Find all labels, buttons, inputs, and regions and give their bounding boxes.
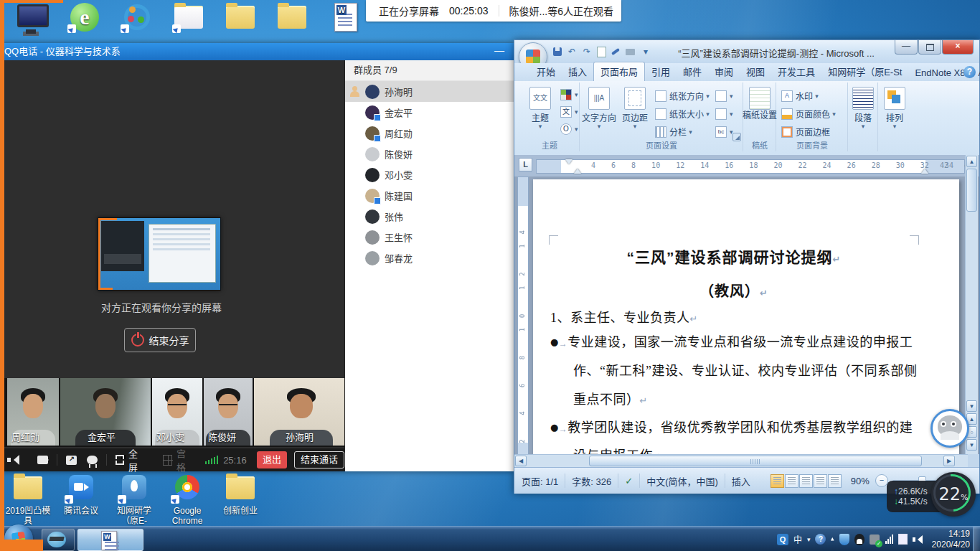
pen-icon[interactable] [611,48,620,55]
grid-view-label[interactable]: 宫格 [176,446,192,474]
desktop-icon-chrome[interactable]: Google Chrome [162,474,212,526]
undo-icon[interactable]: ↶ [565,46,578,57]
minimize-icon[interactable]: — [492,43,507,59]
scroll-down-icon[interactable]: ▼ [966,400,977,412]
qq-input-icon[interactable]: Q [777,534,788,545]
scroll-up-icon[interactable]: ▲ [966,156,977,167]
horizontal-scrollbar[interactable]: ◀ ▶ [514,454,968,467]
ime-dropdown-icon[interactable]: ▾ [807,536,811,543]
desktop-icon-tencent-meeting[interactable]: 腾讯会议 [56,474,106,516]
line-numbers-small-button[interactable]: ▾ [715,106,733,121]
video-tile[interactable]: 金宏平 [60,378,151,446]
horizontal-scroll-thumb[interactable] [589,456,922,466]
save-icon[interactable] [553,47,562,56]
desktop-icon-folder-2[interactable] [267,3,317,35]
language-indicator[interactable]: 中文(简体，中国) [646,474,718,488]
vertical-scrollbar[interactable]: ▲ ▼ ▲ ○ ▼ [965,155,978,454]
tab-endnote[interactable]: EndNote X8 [908,65,971,81]
grid-view-icon[interactable] [163,455,172,466]
desktop-icon-innovation-folder[interactable]: 创新创业 [215,474,265,516]
next-page-icon[interactable]: ▼ [966,439,977,451]
page-color-button[interactable]: 页面颜色 ▾ [781,106,836,121]
share-screen-icon[interactable] [66,456,77,465]
qq-call-titlebar[interactable]: QQ电话 - 仪器科学与技术系 — [0,43,514,60]
tab-cnki[interactable]: 知网研学（原E-St [821,62,908,81]
right-indent-marker[interactable] [921,165,928,174]
web-layout-view-icon[interactable] [799,474,813,488]
member-row[interactable]: 邓小雯 [345,164,514,185]
hyphenation-small-button[interactable]: bc▾ [715,124,733,139]
indent-small-button[interactable]: ▾ [715,88,733,103]
member-row[interactable]: 陈俊妍 [345,143,514,164]
minimize-button[interactable]: — [895,40,918,55]
tab-mailings[interactable]: 邮件 [677,62,708,81]
tab-developer[interactable]: 开发工具 [771,62,821,81]
member-row[interactable]: 张伟 [345,206,514,227]
zoom-level[interactable]: 90% [851,476,870,486]
qat-dropdown-icon[interactable]: ▾ [639,46,652,57]
taskbar-clock[interactable]: 14:19 2020/4/20 [932,529,970,550]
fullscreen-label[interactable]: 全屏 [128,446,144,474]
tab-references[interactable]: 引用 [645,62,677,81]
scroll-right-icon[interactable]: ▶ [943,456,955,466]
paper-size-button[interactable]: 纸张大小 ▾ [655,106,710,121]
themes-button[interactable]: 文文主题▾ [523,85,557,129]
redo-icon[interactable]: ↷ [580,46,593,57]
network-signal-icon[interactable] [885,534,893,544]
tab-stop-selector[interactable]: L [519,158,532,171]
member-row[interactable]: 孙海明 [345,81,514,102]
camera-icon[interactable] [37,456,48,464]
close-button[interactable]: × [942,40,974,55]
security-shield-icon[interactable] [839,534,849,545]
scroll-left-icon[interactable]: ◀ [515,456,527,466]
accelerator-ball[interactable]: 22% [931,472,976,517]
tab-page-layout[interactable]: 页面布局 [593,62,645,81]
member-row[interactable]: 陈建国 [345,185,514,206]
desktop-icon-folder-1[interactable] [215,3,265,35]
word-count[interactable]: 字数: 326 [572,474,611,488]
print-preview-icon[interactable] [626,49,635,55]
paragraph-button[interactable]: 段落▾ [846,85,880,129]
video-tile[interactable]: 周红勋 [7,378,59,446]
video-tile[interactable]: 邓小雯 [152,378,202,446]
action-center-icon[interactable] [898,534,908,545]
volume-icon[interactable] [913,535,923,544]
desktop-icon-word-doc[interactable]: W [320,3,370,35]
page-borders-button[interactable]: 页面边框 [781,124,830,139]
orientation-button[interactable]: 纸张方向 ▾ [655,88,710,103]
first-line-indent-marker[interactable] [565,159,573,168]
watermark-button[interactable]: A水印 ▾ [781,88,819,103]
hanging-indent-marker[interactable] [574,165,581,174]
fullscreen-icon[interactable] [116,455,124,465]
desktop-icon-molds-folder[interactable]: 2019凹凸模具 [3,474,53,526]
theme-colors-button[interactable]: ▾ [560,87,578,102]
speaker-icon[interactable] [7,455,17,465]
help-tray-icon[interactable]: ? [815,534,826,545]
columns-button[interactable]: 分栏 ▾ [655,124,692,139]
fullscreen-reading-view-icon[interactable] [785,474,798,488]
desktop-icon-app-hub[interactable] [112,3,162,35]
tab-insert[interactable]: 插入 [562,62,593,81]
desktop-icon-browser[interactable]: e [59,3,109,35]
show-desktop-button[interactable] [973,527,980,551]
margins-button[interactable]: 页边距▾ [618,85,652,129]
qq-tray-icon[interactable] [854,534,864,545]
page-indicator[interactable]: 页面: 1/1 [522,474,558,488]
usb-device-icon[interactable] [870,534,880,545]
member-row[interactable]: 王生怀 [345,227,514,248]
exit-button[interactable]: 退出 [257,451,287,468]
theme-effects-button[interactable]: O▾ [560,121,578,136]
desktop-icon-folder-shortcut[interactable] [164,3,214,35]
taskbar-item-word[interactable]: W [77,529,143,551]
video-tile[interactable]: 陈俊妍 [204,378,253,446]
end-call-button[interactable]: 结束通话 [294,451,344,468]
desktop-icon-computer[interactable] [6,3,56,35]
arrange-button[interactable]: 排列▾ [877,85,912,129]
theme-fonts-button[interactable]: 文▾ [560,104,578,119]
presenter-icon[interactable] [87,456,98,464]
spellcheck-icon[interactable]: ✓ [625,476,633,486]
document-page[interactable]: “三风”建设系部调研讨论提纲↵ （教风）↵ 1、系主任、专业负责人↵ ●→专业建… [533,179,959,454]
tab-view[interactable]: 视图 [740,62,771,81]
outline-view-icon[interactable] [814,474,827,488]
help-icon[interactable]: ? [963,66,976,78]
